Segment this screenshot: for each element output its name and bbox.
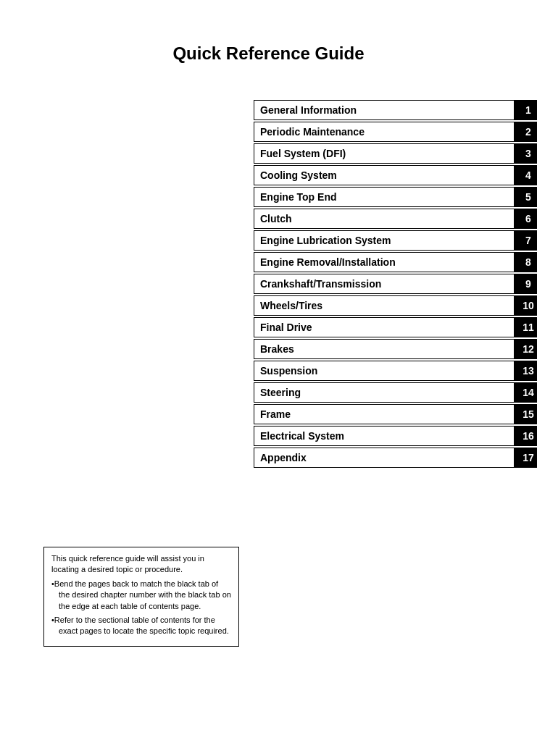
page-title: Quick Reference Guide bbox=[14, 43, 523, 64]
toc-number: 11 bbox=[514, 318, 537, 337]
toc-row[interactable]: Engine Top End5 bbox=[254, 187, 537, 207]
toc-label: Engine Lubrication System bbox=[254, 231, 514, 250]
toc-number: 12 bbox=[514, 340, 537, 358]
toc-label: Brakes bbox=[254, 340, 514, 358]
toc-label: Clutch bbox=[254, 209, 514, 228]
note-line1: This quick reference guide will assist y… bbox=[51, 553, 231, 576]
toc-number: 7 bbox=[514, 231, 537, 250]
toc-number: 15 bbox=[514, 405, 537, 424]
toc-row[interactable]: Final Drive11 bbox=[254, 317, 537, 337]
toc-row[interactable]: Crankshaft/Transmission9 bbox=[254, 274, 537, 294]
toc-label: Crankshaft/Transmission bbox=[254, 274, 514, 293]
toc-number: 14 bbox=[514, 383, 537, 402]
toc-row[interactable]: Periodic Maintenance2 bbox=[254, 122, 537, 142]
toc-row[interactable]: Brakes12 bbox=[254, 339, 537, 359]
toc-row[interactable]: Frame15 bbox=[254, 404, 537, 424]
toc-number: 13 bbox=[514, 361, 537, 380]
toc-row[interactable]: Clutch6 bbox=[254, 209, 537, 229]
toc-label: Engine Removal/Installation bbox=[254, 253, 514, 272]
toc-row[interactable]: Wheels/Tires10 bbox=[254, 295, 537, 316]
toc-label: Engine Top End bbox=[254, 188, 514, 206]
toc-number: 3 bbox=[514, 144, 537, 163]
toc-label: Wheels/Tires bbox=[254, 296, 514, 315]
toc-row[interactable]: Steering14 bbox=[254, 382, 537, 403]
toc-container: General Information1Periodic Maintenance… bbox=[254, 100, 537, 468]
toc-number: 9 bbox=[514, 274, 537, 293]
toc-row[interactable]: Suspension13 bbox=[254, 361, 537, 381]
toc-row[interactable]: General Information1 bbox=[254, 100, 537, 120]
toc-number: 10 bbox=[514, 296, 537, 315]
note-box: This quick reference guide will assist y… bbox=[43, 547, 239, 647]
toc-row[interactable]: Cooling System4 bbox=[254, 165, 537, 185]
page: Quick Reference Guide General Informatio… bbox=[0, 0, 537, 756]
toc-number: 4 bbox=[514, 166, 537, 185]
note-line2: •Bend the pages back to match the black … bbox=[51, 579, 231, 612]
toc-label: Fuel System (DFI) bbox=[254, 144, 514, 163]
toc-label: Cooling System bbox=[254, 166, 514, 185]
toc-number: 5 bbox=[514, 188, 537, 206]
note-line3: •Refer to the sectional table of content… bbox=[51, 615, 231, 637]
toc-number: 8 bbox=[514, 253, 537, 272]
toc-label: Appendix bbox=[254, 448, 514, 467]
toc-number: 17 bbox=[514, 448, 537, 467]
toc-row[interactable]: Fuel System (DFI)3 bbox=[254, 143, 537, 164]
toc-row[interactable]: Electrical System16 bbox=[254, 426, 537, 446]
toc-row[interactable]: Engine Removal/Installation8 bbox=[254, 252, 537, 272]
toc-row[interactable]: Appendix17 bbox=[254, 448, 537, 468]
toc-number: 16 bbox=[514, 427, 537, 445]
toc-label: Periodic Maintenance bbox=[254, 122, 514, 141]
toc-label: General Information bbox=[254, 101, 514, 119]
toc-label: Steering bbox=[254, 383, 514, 402]
toc-number: 2 bbox=[514, 122, 537, 141]
toc-label: Frame bbox=[254, 405, 514, 424]
toc-row[interactable]: Engine Lubrication System7 bbox=[254, 230, 537, 251]
toc-label: Electrical System bbox=[254, 427, 514, 445]
toc-number: 1 bbox=[514, 101, 537, 119]
toc-number: 6 bbox=[514, 209, 537, 228]
toc-label: Final Drive bbox=[254, 318, 514, 337]
toc-label: Suspension bbox=[254, 361, 514, 380]
